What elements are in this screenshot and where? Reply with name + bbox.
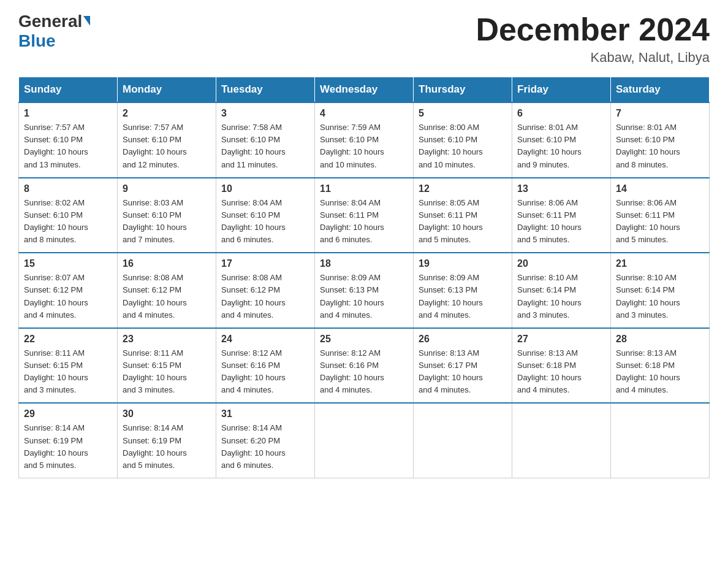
calendar-cell: 23Sunrise: 8:11 AM Sunset: 6:15 PM Dayli… bbox=[118, 328, 216, 404]
day-info: Sunrise: 8:13 AM Sunset: 6:18 PM Dayligh… bbox=[517, 347, 605, 397]
page-title: December 2024 bbox=[476, 12, 710, 47]
day-info: Sunrise: 7:57 AM Sunset: 6:10 PM Dayligh… bbox=[24, 121, 112, 171]
calendar-cell: 22Sunrise: 8:11 AM Sunset: 6:15 PM Dayli… bbox=[19, 328, 118, 404]
calendar-cell: 4Sunrise: 7:59 AM Sunset: 6:10 PM Daylig… bbox=[315, 102, 414, 178]
day-number: 17 bbox=[221, 258, 309, 269]
calendar-cell bbox=[512, 403, 611, 478]
day-info: Sunrise: 7:58 AM Sunset: 6:10 PM Dayligh… bbox=[221, 121, 309, 171]
day-number: 4 bbox=[320, 108, 408, 119]
day-info: Sunrise: 8:08 AM Sunset: 6:12 PM Dayligh… bbox=[221, 272, 309, 321]
calendar-week-row: 8Sunrise: 8:02 AM Sunset: 6:10 PM Daylig… bbox=[19, 178, 710, 253]
day-number: 28 bbox=[616, 334, 704, 345]
day-info: Sunrise: 8:04 AM Sunset: 6:10 PM Dayligh… bbox=[221, 197, 309, 247]
day-info: Sunrise: 8:06 AM Sunset: 6:11 PM Dayligh… bbox=[517, 197, 605, 247]
calendar-cell: 26Sunrise: 8:13 AM Sunset: 6:17 PM Dayli… bbox=[414, 328, 512, 404]
day-number: 31 bbox=[221, 408, 309, 419]
day-number: 1 bbox=[24, 108, 112, 119]
calendar-header-row: SundayMondayTuesdayWednesdayThursdayFrid… bbox=[19, 77, 710, 103]
day-number: 13 bbox=[517, 183, 605, 194]
day-number: 2 bbox=[123, 108, 211, 119]
day-info: Sunrise: 8:11 AM Sunset: 6:15 PM Dayligh… bbox=[123, 347, 211, 397]
calendar-cell: 30Sunrise: 8:14 AM Sunset: 6:19 PM Dayli… bbox=[118, 403, 216, 478]
day-number: 30 bbox=[123, 408, 211, 419]
day-number: 29 bbox=[24, 408, 112, 419]
calendar-week-row: 1Sunrise: 7:57 AM Sunset: 6:10 PM Daylig… bbox=[19, 102, 710, 178]
weekday-header-monday: Monday bbox=[118, 77, 216, 103]
day-number: 22 bbox=[24, 334, 112, 345]
calendar-cell: 25Sunrise: 8:12 AM Sunset: 6:16 PM Dayli… bbox=[315, 328, 414, 404]
calendar-cell: 3Sunrise: 7:58 AM Sunset: 6:10 PM Daylig… bbox=[216, 102, 315, 178]
day-info: Sunrise: 8:10 AM Sunset: 6:14 PM Dayligh… bbox=[517, 272, 605, 321]
calendar-cell: 9Sunrise: 8:03 AM Sunset: 6:10 PM Daylig… bbox=[118, 178, 216, 253]
day-info: Sunrise: 8:01 AM Sunset: 6:10 PM Dayligh… bbox=[616, 121, 704, 171]
weekday-header-friday: Friday bbox=[512, 77, 611, 103]
calendar-week-row: 29Sunrise: 8:14 AM Sunset: 6:19 PM Dayli… bbox=[19, 403, 710, 478]
day-info: Sunrise: 8:14 AM Sunset: 6:19 PM Dayligh… bbox=[24, 422, 112, 472]
calendar-cell: 13Sunrise: 8:06 AM Sunset: 6:11 PM Dayli… bbox=[512, 178, 611, 253]
day-info: Sunrise: 8:13 AM Sunset: 6:17 PM Dayligh… bbox=[419, 347, 507, 397]
calendar-cell: 28Sunrise: 8:13 AM Sunset: 6:18 PM Dayli… bbox=[611, 328, 710, 404]
day-info: Sunrise: 8:09 AM Sunset: 6:13 PM Dayligh… bbox=[320, 272, 408, 321]
calendar-cell: 17Sunrise: 8:08 AM Sunset: 6:12 PM Dayli… bbox=[216, 253, 315, 328]
day-number: 25 bbox=[320, 334, 408, 345]
calendar-cell: 20Sunrise: 8:10 AM Sunset: 6:14 PM Dayli… bbox=[512, 253, 611, 328]
day-number: 15 bbox=[24, 258, 112, 269]
day-number: 9 bbox=[123, 183, 211, 194]
day-info: Sunrise: 7:59 AM Sunset: 6:10 PM Dayligh… bbox=[320, 121, 408, 171]
calendar-cell bbox=[414, 403, 512, 478]
day-info: Sunrise: 8:01 AM Sunset: 6:10 PM Dayligh… bbox=[517, 121, 605, 171]
day-info: Sunrise: 8:13 AM Sunset: 6:18 PM Dayligh… bbox=[616, 347, 704, 397]
logo: General Blue bbox=[18, 12, 90, 51]
day-number: 20 bbox=[517, 258, 605, 269]
weekday-header-sunday: Sunday bbox=[19, 77, 118, 103]
calendar-cell: 18Sunrise: 8:09 AM Sunset: 6:13 PM Dayli… bbox=[315, 253, 414, 328]
weekday-header-thursday: Thursday bbox=[414, 77, 512, 103]
day-number: 8 bbox=[24, 183, 112, 194]
day-info: Sunrise: 7:57 AM Sunset: 6:10 PM Dayligh… bbox=[123, 121, 211, 171]
calendar-cell: 7Sunrise: 8:01 AM Sunset: 6:10 PM Daylig… bbox=[611, 102, 710, 178]
day-number: 24 bbox=[221, 334, 309, 345]
day-info: Sunrise: 8:03 AM Sunset: 6:10 PM Dayligh… bbox=[123, 197, 211, 247]
day-number: 19 bbox=[419, 258, 507, 269]
calendar-cell bbox=[315, 403, 414, 478]
day-number: 10 bbox=[221, 183, 309, 194]
weekday-header-tuesday: Tuesday bbox=[216, 77, 315, 103]
calendar-week-row: 15Sunrise: 8:07 AM Sunset: 6:12 PM Dayli… bbox=[19, 253, 710, 328]
day-number: 16 bbox=[123, 258, 211, 269]
day-number: 6 bbox=[517, 108, 605, 119]
day-info: Sunrise: 8:10 AM Sunset: 6:14 PM Dayligh… bbox=[616, 272, 704, 321]
calendar-cell: 16Sunrise: 8:08 AM Sunset: 6:12 PM Dayli… bbox=[118, 253, 216, 328]
day-number: 23 bbox=[123, 334, 211, 345]
logo-general: General bbox=[18, 12, 82, 31]
calendar-cell: 21Sunrise: 8:10 AM Sunset: 6:14 PM Dayli… bbox=[611, 253, 710, 328]
logo-triangle-icon bbox=[83, 16, 90, 26]
day-number: 27 bbox=[517, 334, 605, 345]
day-info: Sunrise: 8:14 AM Sunset: 6:19 PM Dayligh… bbox=[123, 422, 211, 472]
day-number: 26 bbox=[419, 334, 507, 345]
day-info: Sunrise: 8:11 AM Sunset: 6:15 PM Dayligh… bbox=[24, 347, 112, 397]
weekday-header-saturday: Saturday bbox=[611, 77, 710, 103]
calendar-cell bbox=[611, 403, 710, 478]
day-info: Sunrise: 8:07 AM Sunset: 6:12 PM Dayligh… bbox=[24, 272, 112, 321]
day-info: Sunrise: 8:05 AM Sunset: 6:11 PM Dayligh… bbox=[419, 197, 507, 247]
day-info: Sunrise: 8:06 AM Sunset: 6:11 PM Dayligh… bbox=[616, 197, 704, 247]
calendar-cell: 10Sunrise: 8:04 AM Sunset: 6:10 PM Dayli… bbox=[216, 178, 315, 253]
calendar-cell: 1Sunrise: 7:57 AM Sunset: 6:10 PM Daylig… bbox=[19, 102, 118, 178]
calendar-cell: 6Sunrise: 8:01 AM Sunset: 6:10 PM Daylig… bbox=[512, 102, 611, 178]
day-number: 3 bbox=[221, 108, 309, 119]
day-number: 14 bbox=[616, 183, 704, 194]
page-header: General Blue December 2024 Kabaw, Nalut,… bbox=[18, 12, 710, 66]
day-number: 12 bbox=[419, 183, 507, 194]
weekday-header-wednesday: Wednesday bbox=[315, 77, 414, 103]
day-info: Sunrise: 8:09 AM Sunset: 6:13 PM Dayligh… bbox=[419, 272, 507, 321]
calendar-cell: 12Sunrise: 8:05 AM Sunset: 6:11 PM Dayli… bbox=[414, 178, 512, 253]
day-number: 18 bbox=[320, 258, 408, 269]
calendar-cell: 15Sunrise: 8:07 AM Sunset: 6:12 PM Dayli… bbox=[19, 253, 118, 328]
calendar-cell: 29Sunrise: 8:14 AM Sunset: 6:19 PM Dayli… bbox=[19, 403, 118, 478]
day-info: Sunrise: 8:12 AM Sunset: 6:16 PM Dayligh… bbox=[221, 347, 309, 397]
page-subtitle: Kabaw, Nalut, Libya bbox=[476, 50, 710, 66]
day-number: 21 bbox=[616, 258, 704, 269]
day-info: Sunrise: 8:14 AM Sunset: 6:20 PM Dayligh… bbox=[221, 422, 309, 472]
calendar-table: SundayMondayTuesdayWednesdayThursdayFrid… bbox=[18, 77, 710, 478]
calendar-cell: 31Sunrise: 8:14 AM Sunset: 6:20 PM Dayli… bbox=[216, 403, 315, 478]
